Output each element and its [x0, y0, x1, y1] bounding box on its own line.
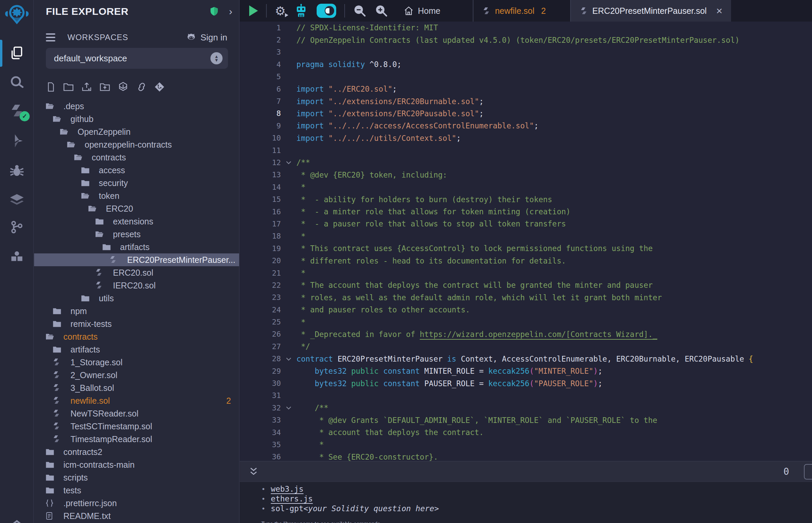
tree-item-access[interactable]: access: [34, 164, 239, 177]
tab-home[interactable]: Home: [395, 0, 449, 22]
code-line[interactable]: 10import "../../../utils/Context.sol";: [240, 132, 812, 144]
code-line[interactable]: 36 * See {ERC20-constructor}.: [240, 451, 812, 461]
code-line[interactable]: 29 bytes32 public constant MINTER_ROLE =…: [240, 365, 812, 377]
tree-item-github[interactable]: github: [34, 112, 239, 125]
code-line[interactable]: 22 * The account that deploys the contra…: [240, 279, 812, 291]
tree-item-ierc20-sol[interactable]: IERC20.sol: [34, 279, 239, 292]
sidebar-item-debugger[interactable]: [0, 158, 34, 183]
code-line[interactable]: 13 * @dev {ERC20} token, including:: [240, 169, 812, 181]
clone-git-icon[interactable]: [155, 82, 164, 92]
tree-item-openzeppelin-contracts[interactable]: openzeppelin-contracts: [34, 138, 239, 151]
code-line[interactable]: 24 * and pauser roles to other accounts.: [240, 304, 812, 316]
code-line[interactable]: 1// SPDX-License-Identifier: MIT: [240, 22, 812, 34]
tree-item-erc20presetminterpauser[interactable]: ERC20PresetMinterPauser...: [34, 253, 239, 266]
tree-item-testsctimestamp-sol[interactable]: TestSCTimestamp.sol: [34, 420, 239, 433]
tree-item-erc20[interactable]: ERC20: [34, 202, 239, 215]
code-line[interactable]: 11: [240, 144, 812, 156]
sidebar-item-settings[interactable]: [0, 512, 34, 523]
tree-item-contracts[interactable]: contracts: [34, 151, 239, 164]
sidebar-item-solidity-compiler[interactable]: ✓: [0, 98, 34, 123]
tree-item-erc20-sol[interactable]: ERC20.sol: [34, 266, 239, 279]
expand-terminal-icon[interactable]: [248, 465, 259, 477]
fold-chevron-icon[interactable]: [281, 355, 296, 363]
code-line[interactable]: 31: [240, 390, 812, 402]
code-line[interactable]: 21 *: [240, 267, 812, 279]
tree-item-contracts2[interactable]: contracts2: [34, 446, 239, 458]
code-line[interactable]: 32 /**: [240, 402, 812, 414]
code-line[interactable]: 9import "../../../access/AccessControlEn…: [240, 120, 812, 132]
code-line[interactable]: 27 */: [240, 340, 812, 353]
terminal-link[interactable]: ethers.js: [271, 494, 313, 503]
fold-chevron-icon[interactable]: [281, 404, 296, 412]
code-line[interactable]: 6import "../ERC20.sol";: [240, 83, 812, 95]
script-config-button[interactable]: ⚙: [275, 4, 286, 18]
tree-item-token[interactable]: token: [34, 190, 239, 202]
tree-item-newfile-sol[interactable]: newfile.sol2: [34, 394, 239, 407]
code-line[interactable]: 35 *: [240, 438, 812, 451]
zoom-out-icon[interactable]: [353, 4, 367, 18]
code-line[interactable]: 15 * - ability for holders to burn (dest…: [240, 193, 812, 205]
terminal-output[interactable]: •web3.js•ethers.js•sol-gpt <your Solidit…: [240, 482, 812, 523]
code-line[interactable]: 17 * - a pauser role that allows to stop…: [240, 218, 812, 230]
code-line[interactable]: 2// OpenZeppelin Contracts (last updated…: [240, 34, 812, 46]
new-folder-icon[interactable]: [63, 82, 74, 92]
tree-item-extensions[interactable]: extensions: [34, 215, 239, 228]
code-line[interactable]: 16 * - a minter role that allows for tok…: [240, 205, 812, 218]
code-line[interactable]: 3: [240, 46, 812, 58]
workspace-select[interactable]: default_workspace ▲▼: [46, 48, 228, 69]
code-line[interactable]: 14 *: [240, 181, 812, 193]
collapse-panel-chevron[interactable]: ›: [229, 6, 232, 17]
zoom-in-icon[interactable]: [375, 4, 388, 18]
workspaces-menu-icon[interactable]: [46, 33, 55, 41]
tree-item-npm[interactable]: npm: [34, 305, 239, 318]
code-line[interactable]: 26 * _Deprecated in favor of https://wiz…: [240, 328, 812, 340]
upload-file-icon[interactable]: [81, 82, 92, 92]
sidebar-item-file-explorer[interactable]: [0, 41, 34, 65]
close-tab-icon[interactable]: ×: [716, 5, 723, 17]
tree-item-readme-txt[interactable]: README.txt: [34, 509, 239, 522]
tree-item-scripts[interactable]: scripts: [34, 471, 239, 484]
sidebar-item-git[interactable]: [0, 215, 34, 239]
sidebar-item-deploy-run[interactable]: [0, 129, 34, 153]
tree-item-icm-contracts-main[interactable]: icm-contracts-main: [34, 458, 239, 471]
code-line[interactable]: 25 *: [240, 316, 812, 328]
terminal-link[interactable]: web3.js: [271, 485, 303, 493]
code-line[interactable]: 19 * This contract uses {AccessControl} …: [240, 242, 812, 254]
code-line[interactable]: 4pragma solidity ^0.8.0;: [240, 58, 812, 70]
tree-item-openzeppelin[interactable]: OpenZeppelin: [34, 125, 239, 138]
link-icon[interactable]: [136, 82, 148, 92]
tree-item-3-ballot-sol[interactable]: 3_Ballot.sol: [34, 381, 239, 394]
tree-item-deps[interactable]: .deps: [34, 100, 239, 112]
tree-item-2-owner-sol[interactable]: 2_Owner.sol: [34, 369, 239, 381]
tab-newfile-sol[interactable]: newfile.sol 2: [473, 0, 555, 22]
ipfs-cube-icon[interactable]: [117, 82, 129, 92]
code-line[interactable]: 20 * different roles - head to its docum…: [240, 254, 812, 267]
code-line[interactable]: 28contract ERC20PresetMinterPauser is Co…: [240, 353, 812, 365]
terminal-search-input[interactable]: [804, 464, 812, 480]
tab-erc20presetminterpauser-sol[interactable]: ERC20PresetMinterPauser.sol ×: [570, 0, 731, 22]
tree-item-tests[interactable]: tests: [34, 484, 239, 497]
code-line[interactable]: 18 *: [240, 230, 812, 242]
tree-item-newtsreader-sol[interactable]: NewTSReader.sol: [34, 407, 239, 420]
tree-item-1-storage-sol[interactable]: 1_Storage.sol: [34, 356, 239, 369]
tree-item-utils[interactable]: utils: [34, 292, 239, 305]
tree-item-artifacts[interactable]: artifacts: [34, 240, 239, 253]
sidebar-item-plugin-manager[interactable]: [0, 244, 34, 268]
ai-copilot-robot-icon[interactable]: [294, 3, 308, 18]
code-editor[interactable]: 1// SPDX-License-Identifier: MIT2// Open…: [240, 22, 812, 461]
code-line[interactable]: 34 * account that deploys the contract.: [240, 426, 812, 438]
code-line[interactable]: 7import "../extensions/ERC20Burnable.sol…: [240, 95, 812, 107]
new-file-icon[interactable]: [46, 82, 56, 92]
tree-item-prettierrc-json[interactable]: .prettierrc.json: [34, 497, 239, 509]
tree-item-timestampreader-sol[interactable]: TimestampReader.sol: [34, 433, 239, 446]
tree-item-artifacts[interactable]: artifacts: [34, 343, 239, 356]
workspace-stepper-icon[interactable]: ▲▼: [210, 52, 223, 65]
tree-item-security[interactable]: security: [34, 177, 239, 190]
code-line[interactable]: 12/**: [240, 156, 812, 168]
ai-copilot-toggle[interactable]: [317, 4, 336, 18]
code-line[interactable]: 5: [240, 71, 812, 83]
tree-item-remix-tests[interactable]: remix-tests: [34, 318, 239, 330]
tree-item-presets[interactable]: presets: [34, 228, 239, 240]
sidebar-item-unit-testing[interactable]: [0, 188, 34, 212]
code-line[interactable]: 30 bytes32 public constant PAUSER_ROLE =…: [240, 377, 812, 389]
